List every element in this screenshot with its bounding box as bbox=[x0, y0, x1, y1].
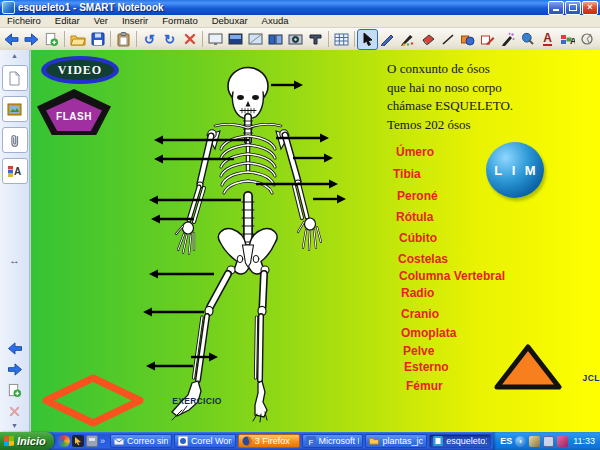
bone-label-omoplata[interactable]: Omoplata bbox=[401, 326, 456, 340]
display-tray-icon[interactable] bbox=[543, 436, 554, 447]
screen-capture-button[interactable] bbox=[286, 30, 305, 49]
video-button-label: VIDEO bbox=[58, 63, 102, 78]
task-esqueleto1[interactable]: esqueleto1... bbox=[429, 434, 491, 448]
bone-label-tibia[interactable]: Tibia bbox=[393, 167, 421, 181]
properties-button[interactable]: A bbox=[558, 30, 577, 49]
bone-label-columna-vertebral[interactable]: Columna Vertebral bbox=[399, 269, 505, 283]
paste-button[interactable] bbox=[114, 30, 133, 49]
creative-pen-tool-button[interactable] bbox=[398, 30, 417, 49]
properties-tab-icon: A bbox=[7, 164, 22, 178]
bone-label-rotula[interactable]: Rótula bbox=[396, 210, 433, 224]
task-correo[interactable]: Correo sin l... bbox=[110, 434, 172, 448]
table-button[interactable] bbox=[332, 30, 351, 49]
previous-page-button[interactable] bbox=[4, 339, 26, 357]
svg-text:A: A bbox=[14, 166, 21, 177]
minimize-button[interactable] bbox=[548, 1, 564, 15]
restore-button[interactable] bbox=[565, 1, 581, 15]
task-plantas-jclic[interactable]: plantas_jclic bbox=[365, 434, 427, 448]
menu-inserir[interactable]: Inserir bbox=[115, 15, 155, 27]
quick-launch-overflow-icon[interactable]: » bbox=[100, 436, 105, 446]
task-corel[interactable]: Corel Word... bbox=[174, 434, 236, 448]
forward-button[interactable] bbox=[22, 30, 41, 49]
task-firefox[interactable]: 3 Firefox bbox=[238, 434, 300, 448]
delete-button[interactable] bbox=[180, 30, 199, 49]
screen-shade-button[interactable] bbox=[226, 30, 245, 49]
pen-tool-button[interactable] bbox=[378, 30, 397, 49]
bone-label-costelas[interactable]: Costelas bbox=[398, 252, 448, 266]
shape-recognition-pen-icon bbox=[480, 33, 495, 46]
menu-ficheiro[interactable]: Ficheiro bbox=[0, 15, 48, 27]
quick-launch-icon-1[interactable] bbox=[58, 435, 70, 447]
redo-button[interactable]: ↻ bbox=[160, 30, 179, 49]
transparent-background-button[interactable] bbox=[246, 30, 265, 49]
select-tool-button[interactable] bbox=[358, 30, 377, 49]
shapes-tool-button[interactable] bbox=[458, 30, 477, 49]
collapse-sidebar-icon[interactable]: ↔ bbox=[9, 254, 20, 266]
scroll-up-icon[interactable]: ▲ bbox=[11, 52, 18, 60]
menu-ver[interactable]: Ver bbox=[87, 15, 115, 27]
bone-label-cranio[interactable]: Cranio bbox=[401, 307, 439, 321]
save-floppy-icon bbox=[91, 32, 105, 46]
language-indicator[interactable]: ES bbox=[500, 436, 512, 446]
bone-label-cubito[interactable]: Cúbito bbox=[399, 231, 437, 245]
save-button[interactable] bbox=[88, 30, 107, 49]
full-screen-button[interactable] bbox=[206, 30, 225, 49]
lim-button-label: L I M bbox=[491, 163, 538, 178]
back-button[interactable] bbox=[2, 30, 21, 49]
new-page-button[interactable] bbox=[42, 30, 61, 49]
close-button[interactable]: × bbox=[582, 1, 598, 15]
shape-recognition-pen-button[interactable] bbox=[478, 30, 497, 49]
pen-icon bbox=[380, 32, 395, 46]
smart-tools-tray-icon[interactable]: ‹ bbox=[515, 436, 526, 447]
lim-button[interactable]: L I M bbox=[486, 142, 544, 198]
bone-label-perone[interactable]: Peroné bbox=[397, 189, 438, 203]
magic-pen-icon bbox=[500, 32, 515, 46]
video-button[interactable]: VIDEO bbox=[41, 56, 119, 84]
status-tray-icon[interactable] bbox=[557, 436, 568, 447]
flash-button[interactable]: FLASH bbox=[37, 89, 111, 135]
jclic-button[interactable]: JCLIC bbox=[494, 344, 562, 390]
document-camera-button[interactable] bbox=[306, 30, 325, 49]
measurement-tools-button[interactable] bbox=[578, 30, 597, 49]
add-page-button[interactable] bbox=[4, 381, 26, 399]
menu-formato[interactable]: Formato bbox=[155, 15, 204, 27]
line-icon bbox=[441, 33, 455, 46]
sidebar-tab-gallery[interactable] bbox=[2, 96, 28, 122]
bone-label-umero[interactable]: Úmero bbox=[396, 145, 434, 159]
folder-icon bbox=[369, 436, 379, 446]
magic-pen-tool-button[interactable] bbox=[498, 30, 517, 49]
bone-label-pelve[interactable]: Pelve bbox=[403, 344, 434, 358]
line-tool-button[interactable] bbox=[438, 30, 457, 49]
fill-tool-button[interactable] bbox=[518, 30, 537, 49]
bone-label-femur[interactable]: Fémur bbox=[406, 379, 443, 393]
dual-page-button[interactable] bbox=[266, 30, 285, 49]
transparent-background-icon bbox=[248, 33, 263, 46]
delete-page-button[interactable] bbox=[4, 402, 26, 420]
menu-debuxar[interactable]: Debuxar bbox=[205, 15, 255, 27]
exercicio-button[interactable]: EXERCICIO bbox=[41, 374, 145, 427]
quick-launch-icon-3[interactable] bbox=[86, 435, 98, 447]
sidebar-tab-properties[interactable]: A bbox=[2, 158, 28, 184]
window-title: esqueleto1 - SMART Notebook bbox=[18, 2, 548, 13]
bone-label-esterno[interactable]: Esterno bbox=[404, 360, 449, 374]
undo-button[interactable]: ↺ bbox=[140, 30, 159, 49]
quick-launch-icon-2[interactable] bbox=[72, 435, 84, 447]
menu-editar[interactable]: Editar bbox=[48, 15, 87, 27]
next-page-button[interactable] bbox=[4, 360, 26, 378]
bone-label-radio[interactable]: Radio bbox=[401, 286, 434, 300]
text-tool-button[interactable]: A bbox=[538, 30, 557, 49]
quick-launch: » bbox=[54, 435, 109, 447]
task-microsoft[interactable]: F Microsoft F... bbox=[302, 434, 364, 448]
pen-tray-icon[interactable] bbox=[529, 436, 540, 447]
exercicio-button-label: EXERCICIO bbox=[145, 396, 249, 406]
paperclip-icon bbox=[9, 133, 21, 148]
sidebar-tab-page-sorter[interactable] bbox=[2, 65, 28, 91]
open-button[interactable] bbox=[68, 30, 87, 49]
scroll-down-icon[interactable]: ▼ bbox=[11, 422, 18, 430]
smart-notebook-window: { "titlebar": { "title": "esqueleto1 - S… bbox=[0, 0, 600, 450]
table-icon bbox=[334, 33, 349, 46]
menu-axuda[interactable]: Axuda bbox=[255, 15, 296, 27]
start-button[interactable]: Inicio bbox=[0, 432, 54, 450]
sidebar-tab-attachments[interactable] bbox=[2, 127, 28, 153]
eraser-tool-button[interactable] bbox=[418, 30, 437, 49]
